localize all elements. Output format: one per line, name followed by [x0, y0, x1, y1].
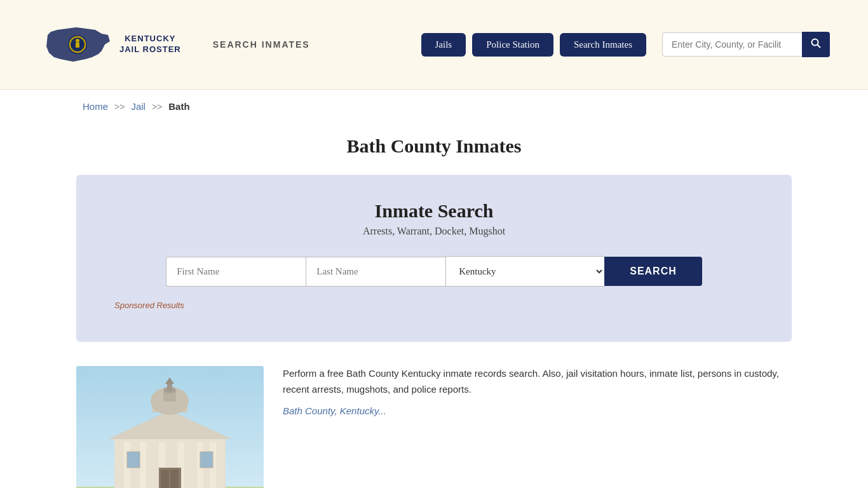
- state-select[interactable]: AlabamaAlaskaArizonaArkansasCaliforniaCo…: [445, 256, 604, 287]
- last-name-input[interactable]: [306, 257, 445, 287]
- svg-line-5: [818, 45, 821, 48]
- logo-icon: [38, 13, 114, 76]
- logo-text: KENTUCKY JAIL ROSTER: [119, 34, 181, 55]
- header-search-input[interactable]: [662, 32, 802, 57]
- search-heading: Inmate Search: [114, 200, 754, 222]
- svg-rect-3: [76, 43, 79, 48]
- svg-point-4: [812, 39, 818, 46]
- building-illustration: [76, 366, 264, 488]
- svg-rect-26: [170, 470, 179, 488]
- header-search: [662, 32, 830, 57]
- search-form: AlabamaAlaskaArizonaArkansasCaliforniaCo…: [114, 256, 754, 287]
- search-subtitle: Arrests, Warrant, Docket, Mugshot: [114, 226, 754, 237]
- description-paragraph: Perform a free Bath County Kentucky inma…: [283, 366, 792, 398]
- search-icon: [811, 38, 821, 48]
- breadcrumb-home[interactable]: Home: [83, 101, 108, 112]
- courthouse-image: [76, 366, 264, 488]
- inmate-search-section: Inmate Search Arrests, Warrant, Docket, …: [76, 175, 792, 342]
- site-header: KENTUCKY JAIL ROSTER SEARCH INMATES Jail…: [0, 0, 868, 90]
- breadcrumb: Home >> Jail >> Bath: [0, 90, 868, 124]
- sponsored-label: Sponsored Results: [114, 301, 754, 310]
- breadcrumb-current: Bath: [168, 101, 189, 112]
- breadcrumb-sep-2: >>: [152, 102, 162, 112]
- police-station-button[interactable]: Police Station: [472, 33, 553, 57]
- description-link[interactable]: Bath County, Kentucky...: [283, 405, 386, 416]
- content-text: Perform a free Bath County Kentucky inma…: [283, 366, 792, 417]
- header-search-button[interactable]: [802, 32, 830, 57]
- breadcrumb-sep-1: >>: [114, 102, 125, 112]
- svg-rect-25: [161, 470, 169, 488]
- inmate-search-button[interactable]: SEARCH: [604, 257, 702, 286]
- svg-rect-28: [200, 452, 213, 468]
- logo-area: KENTUCKY JAIL ROSTER: [38, 13, 181, 76]
- page-title-section: Bath County Inmates: [0, 124, 868, 163]
- jails-button[interactable]: Jails: [421, 33, 466, 57]
- search-inmates-button[interactable]: Search Inmates: [560, 33, 646, 57]
- site-title: SEARCH INMATES: [213, 39, 310, 50]
- page-title: Bath County Inmates: [38, 135, 830, 157]
- first-name-input[interactable]: [166, 257, 306, 287]
- svg-rect-22: [167, 384, 172, 391]
- breadcrumb-jail[interactable]: Jail: [131, 101, 146, 112]
- svg-point-2: [76, 39, 79, 43]
- svg-rect-27: [127, 452, 140, 468]
- header-nav: Jails Police Station Search Inmates: [421, 32, 830, 57]
- content-section: Perform a free Bath County Kentucky inma…: [0, 353, 868, 488]
- svg-rect-12: [140, 442, 146, 488]
